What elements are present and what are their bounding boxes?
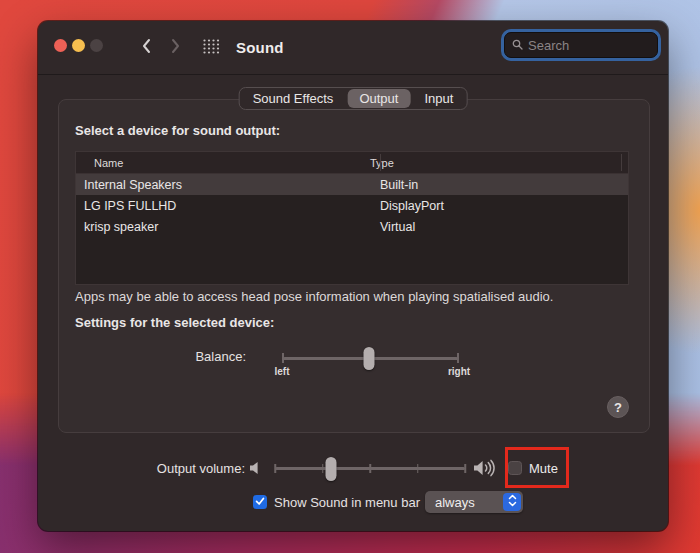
screen: Sound Sound Effects Output Input Select … [0,0,700,553]
output-volume-label: Output volume: [38,461,245,476]
page-title: Sound [236,35,284,61]
dropdown-stepper [503,493,521,511]
column-separator [621,154,622,171]
titlebar[interactable]: Sound [38,21,668,75]
device-type: DisplayPort [372,199,444,213]
device-type: Built-in [372,178,418,192]
mute-highlight-annotation [505,447,569,488]
tab-input[interactable]: Input [411,88,466,109]
table-header: Name Type [76,152,628,174]
chevron-up-down-icon [508,493,517,511]
help-button[interactable]: ? [607,396,629,418]
search-field[interactable] [504,32,658,58]
close-button[interactable] [54,39,67,52]
settings-label: Settings for the selected device: [75,315,274,330]
volume-slider-thumb[interactable] [326,457,337,481]
menu-bar-frequency-dropdown[interactable]: always [425,491,523,513]
column-header-name[interactable]: Name [76,157,362,169]
balance-label: Balance: [59,349,246,364]
volume-tick [274,464,276,473]
volume-tick [322,464,324,473]
table-row-internal-speakers[interactable]: Internal Speakers Built-in [76,174,628,195]
output-volume-slider[interactable] [275,457,465,481]
show-sound-menu-bar-label: Show Sound in menu bar [274,495,420,510]
balance-right-label: right [439,366,479,377]
select-device-label: Select a device for sound output: [75,123,280,138]
device-name: Internal Speakers [76,178,372,192]
checkmark-icon [254,493,266,511]
device-name: LG IPS FULLHD [76,199,372,213]
device-table: Name Type Internal Speakers Built-in LG … [75,151,629,285]
show-sound-menu-bar-checkbox[interactable] [253,495,267,509]
table-row-krisp-speaker[interactable]: krisp speaker Virtual [76,216,628,237]
show-all-preferences-button[interactable] [200,39,222,57]
output-panel: Select a device for sound output: Name T… [58,99,650,433]
zoom-button [90,39,103,52]
column-header-type[interactable]: Type [362,157,394,169]
volume-tick [464,464,466,473]
search-input[interactable] [528,38,650,53]
balance-tick-left [282,353,284,363]
device-name: krisp speaker [76,220,372,234]
speaker-quiet-icon [249,461,262,475]
tab-sound-effects[interactable]: Sound Effects [240,88,347,109]
chevron-right-icon [171,38,181,58]
minimize-button[interactable] [72,39,85,52]
dropdown-selected-value: always [425,495,503,510]
balance-slider[interactable] [283,347,458,370]
sound-preferences-window: Sound Sound Effects Output Input Select … [38,21,668,531]
table-row-lg-ips-fullhd[interactable]: LG IPS FULLHD DisplayPort [76,195,628,216]
spatial-audio-note: Apps may be able to access head pose inf… [75,289,553,304]
chevron-left-icon [141,38,151,58]
search-icon [512,36,523,54]
speaker-loud-icon [473,459,495,477]
column-separator [380,154,381,171]
grid-icon [203,39,220,58]
balance-tick-right [457,353,459,363]
forward-button[interactable] [168,36,184,60]
tab-output[interactable]: Output [347,89,410,108]
balance-left-label: left [262,366,302,377]
balance-slider-thumb[interactable] [363,347,374,370]
device-type: Virtual [372,220,415,234]
volume-tick [369,464,371,473]
volume-tick [417,464,419,473]
back-button[interactable] [138,36,154,60]
tab-bar: Sound Effects Output Input [239,87,468,110]
